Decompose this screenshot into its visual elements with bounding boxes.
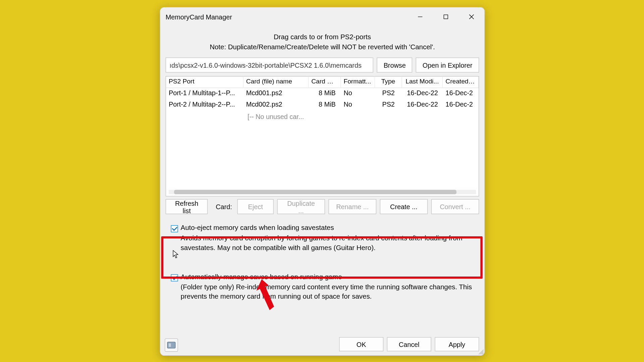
maximize-icon (443, 14, 448, 19)
cell-formatted: No (341, 100, 375, 111)
dialog-footer: OK Cancel Apply (160, 333, 484, 355)
table-row[interactable]: Port-2 / Multitap-2--P... Mcd002.ps2 8 M… (166, 100, 479, 111)
open-in-explorer-button[interactable]: Open in Explorer (416, 58, 479, 73)
scrollbar-thumb[interactable] (174, 190, 457, 194)
instructions-line1: Drag cards to or from PS2-ports (166, 32, 479, 42)
minimize-icon (418, 14, 423, 19)
col-type[interactable]: Type (375, 77, 402, 88)
cell-created: 16-Dec-2 (443, 100, 478, 111)
auto-eject-section: Auto-eject memory cards when loading sav… (166, 221, 479, 257)
memorycard-icon[interactable] (165, 339, 178, 352)
resize-grip[interactable] (477, 348, 483, 354)
card-label: Card: (211, 203, 234, 210)
cell-formatted: No (341, 88, 375, 100)
rename-button[interactable]: Rename ... (328, 199, 376, 214)
cell-modified: 16-Dec-22 (402, 100, 443, 111)
cell-type: PS2 (375, 88, 402, 100)
auto-eject-label[interactable]: Auto-eject memory cards when loading sav… (181, 224, 334, 232)
col-formatted[interactable]: Formatt... (341, 77, 375, 88)
minimize-button[interactable] (407, 7, 433, 26)
col-last-modified[interactable]: Last Modi... (402, 77, 443, 88)
memorycard-manager-window: MemoryCard Manager Drag cards to or from… (160, 7, 485, 356)
col-ps2-port[interactable]: PS2 Port (166, 77, 244, 88)
cell-type: PS2 (375, 100, 402, 111)
window-controls (407, 7, 484, 26)
col-created-on[interactable]: Created on (443, 77, 478, 88)
window-title: MemoryCard Manager (166, 13, 232, 20)
col-card-name[interactable]: Card (file) name (244, 77, 309, 88)
horizontal-scrollbar[interactable] (169, 190, 476, 194)
memcards-path-input[interactable] (166, 58, 374, 73)
col-card-size[interactable]: Card s... (309, 77, 341, 88)
auto-manage-checkbox[interactable] (171, 274, 178, 281)
apply-button[interactable]: Apply (435, 337, 479, 351)
create-button[interactable]: Create ... (380, 199, 428, 214)
auto-manage-description: (Folder type only) Re-index memory card … (171, 282, 474, 301)
card-toolbar: Refresh list Card: Eject Duplicate ... R… (166, 199, 479, 214)
cell-modified: 16-Dec-22 (402, 88, 443, 100)
table-header: PS2 Port Card (file) name Card s... Form… (166, 77, 479, 88)
auto-manage-label[interactable]: Automatically manage saves based on runn… (181, 273, 342, 281)
cell-created: 16-Dec-2 (443, 88, 478, 100)
memcards-table[interactable]: PS2 Port Card (file) name Card s... Form… (166, 76, 479, 197)
instructions: Drag cards to or from PS2-ports Note: Du… (166, 31, 479, 58)
cell-port: Port-1 / Multitap-1--P... (166, 88, 244, 100)
memcard-icon (166, 341, 176, 349)
cell-size: 8 MiB (309, 100, 341, 111)
maximize-button[interactable] (433, 7, 459, 26)
no-unused-cards-placeholder: [-- No unused car... (166, 111, 479, 123)
cell-port: Port-2 / Multitap-2--P... (166, 100, 244, 111)
ok-button[interactable]: OK (339, 337, 383, 351)
svg-rect-1 (444, 15, 448, 19)
duplicate-button[interactable]: Duplicate ... (277, 199, 325, 214)
eject-button[interactable]: Eject (237, 199, 274, 214)
auto-eject-description: Avoids memory card corruption by forcing… (171, 233, 474, 252)
content-area: Drag cards to or from PS2-ports Note: Du… (160, 26, 484, 310)
cell-size: 8 MiB (309, 88, 341, 100)
browse-button[interactable]: Browse (377, 58, 413, 73)
cell-card: Mcd002.ps2 (244, 100, 309, 111)
auto-eject-checkbox[interactable] (171, 225, 178, 232)
cancel-button[interactable]: Cancel (387, 337, 431, 351)
cell-card: Mcd001.ps2 (244, 88, 309, 100)
svg-rect-4 (167, 342, 175, 348)
convert-button[interactable]: Convert ... (431, 199, 479, 214)
instructions-line2: Note: Duplicate/Rename/Create/Delete wil… (166, 42, 479, 52)
svg-rect-5 (169, 343, 171, 347)
close-button[interactable] (459, 7, 485, 26)
close-icon (469, 14, 474, 19)
auto-manage-section: Automatically manage saves based on runn… (166, 269, 479, 306)
path-row: Browse Open in Explorer (166, 58, 479, 73)
table-row[interactable]: Port-1 / Multitap-1--P... Mcd001.ps2 8 M… (166, 88, 479, 100)
refresh-list-button[interactable]: Refresh list (166, 199, 208, 214)
